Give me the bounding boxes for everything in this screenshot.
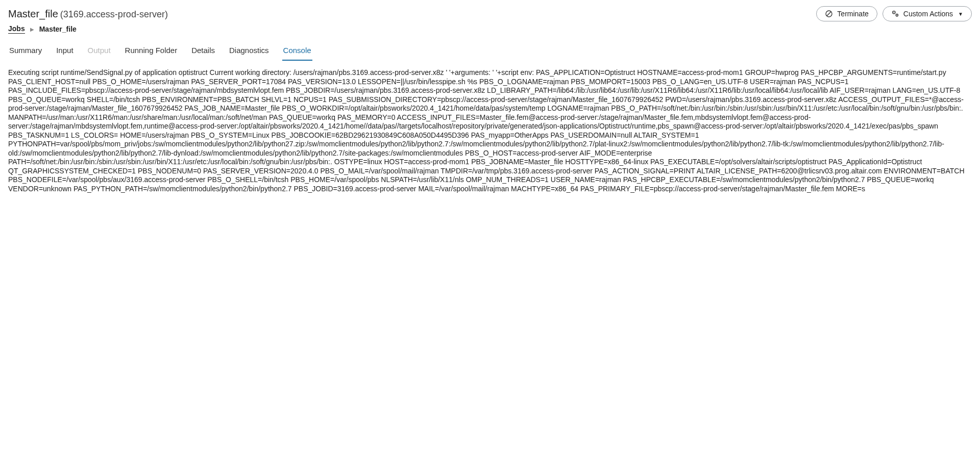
terminate-button[interactable]: Terminate	[816, 6, 877, 21]
tab-running-folder[interactable]: Running Folder	[124, 43, 179, 61]
tab-console[interactable]: Console	[282, 43, 312, 61]
svg-point-5	[896, 15, 897, 15]
header-row: Master_file (3169.access-prod-server) Te…	[8, 6, 972, 21]
breadcrumb-root-link[interactable]: Jobs	[8, 24, 25, 34]
svg-point-3	[893, 12, 894, 13]
breadcrumb-separator-icon: ▶	[30, 27, 34, 32]
tab-details[interactable]: Details	[190, 43, 216, 61]
page-title: Master_file	[8, 8, 58, 20]
gears-icon	[891, 10, 899, 18]
svg-line-1	[827, 12, 831, 16]
tab-summary[interactable]: Summary	[8, 43, 43, 61]
tab-input[interactable]: Input	[55, 43, 74, 61]
tab-bar: Summary Input Output Running Folder Deta…	[8, 43, 972, 61]
breadcrumb-current: Master_file	[39, 25, 77, 33]
tab-output: Output	[87, 43, 112, 61]
cancel-icon	[825, 10, 833, 18]
chevron-down-icon: ▼	[958, 11, 963, 17]
breadcrumb: Jobs ▶ Master_file	[8, 24, 972, 34]
custom-actions-label: Custom Actions	[903, 10, 953, 18]
tab-diagnostics[interactable]: Diagnostics	[228, 43, 270, 61]
header-actions: Terminate Custom Actions ▼	[816, 6, 972, 21]
console-output: Executing script runtime/SendSignal.py o…	[8, 68, 972, 193]
custom-actions-button[interactable]: Custom Actions ▼	[883, 6, 972, 21]
page-title-block: Master_file (3169.access-prod-server)	[8, 8, 168, 20]
page-subtitle: (3169.access-prod-server)	[60, 9, 168, 20]
terminate-label: Terminate	[837, 10, 868, 18]
